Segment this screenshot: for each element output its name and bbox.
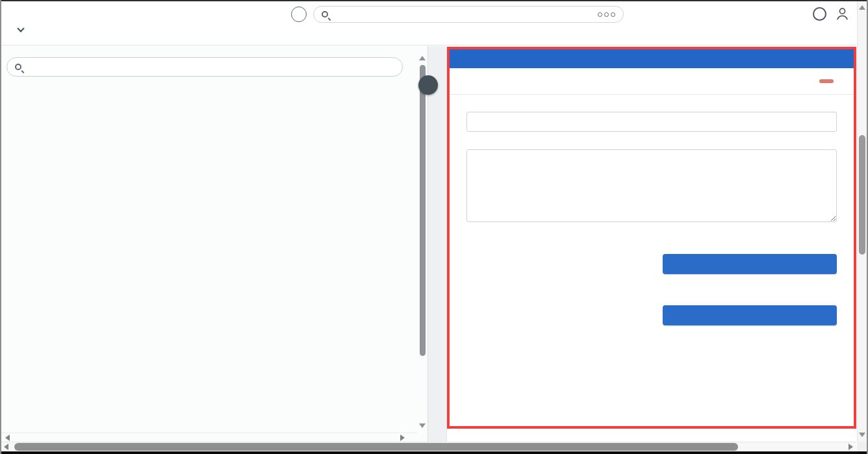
open-issue-button[interactable]: [663, 305, 837, 325]
page-scroll-right-icon[interactable]: [849, 444, 853, 450]
tree-hscroll-track: [1, 433, 417, 433]
tree-scroll-up-icon[interactable]: [419, 56, 426, 60]
collapse-panel-icon[interactable]: [418, 75, 438, 95]
panel-divider: [428, 46, 447, 442]
app-window: [0, 0, 868, 454]
tree-search-input[interactable]: [27, 62, 394, 73]
tree-scroll-down-icon[interactable]: [419, 423, 426, 428]
user-icon[interactable]: [835, 6, 850, 21]
issue-ref-badge: [819, 79, 834, 83]
window-border: [0, 451, 868, 454]
tree-scroll-left-icon[interactable]: [5, 435, 10, 441]
page-scroll-left-icon[interactable]: [4, 444, 8, 450]
issue-name-input[interactable]: [466, 112, 837, 132]
issue-dialog-header: [450, 49, 854, 68]
window-border: [0, 0, 868, 1]
tree-scroll-right-icon[interactable]: [400, 435, 405, 441]
page-scroll-down-icon[interactable]: [859, 433, 865, 437]
create-save-draft-button[interactable]: [663, 254, 837, 274]
description-input[interactable]: [466, 149, 837, 222]
scroll-corner: [857, 442, 867, 451]
page-horizontal-scrollbar[interactable]: [14, 443, 738, 451]
page-scroll-up-icon[interactable]: [859, 5, 865, 10]
tree-vertical-scrollbar[interactable]: [420, 65, 426, 356]
page-vertical-scrollbar[interactable]: [859, 135, 865, 255]
tree-search[interactable]: [6, 57, 403, 77]
more-options-icon[interactable]: [598, 12, 615, 17]
window-border: [0, 0, 1, 454]
issue-dialog: [447, 47, 856, 429]
help-icon[interactable]: [813, 7, 826, 21]
divider: [450, 94, 854, 95]
search-icon: [15, 64, 21, 70]
